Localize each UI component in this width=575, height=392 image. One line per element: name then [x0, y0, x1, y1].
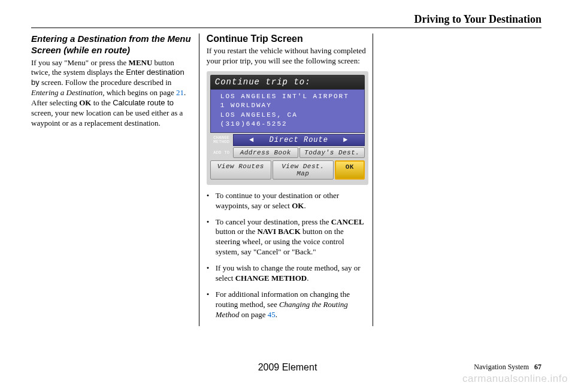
footer-section-label: Navigation System: [474, 363, 529, 371]
nav-title-bar: Continue trip to:: [210, 75, 365, 89]
section-heading-entering-destination: Entering a Destination from the Menu Scr…: [31, 34, 193, 56]
address-book-button: Address Book: [233, 147, 298, 158]
bullet-additional-info: For additional information on changing t…: [207, 290, 367, 320]
text: on page: [240, 310, 266, 319]
bold-change-method: CHANGE METHOD: [235, 274, 307, 282]
section-heading-continue-trip: Continue Trip Screen: [207, 34, 367, 44]
chevron-left-icon: ◄: [249, 136, 254, 144]
text: To continue to your destination or other…: [216, 191, 339, 210]
body-paragraph: If you say "Menu" or press the MENU butt…: [31, 58, 193, 129]
direct-route-text: Direct Route: [270, 136, 328, 144]
text: to the: [91, 98, 113, 107]
text: .: [304, 201, 305, 210]
bullet-continue: To continue to your destination or other…: [207, 191, 367, 211]
bold-navi-back: NAVI BACK: [257, 227, 300, 236]
view-routes-button: View Routes: [210, 160, 271, 180]
text: .: [276, 310, 277, 319]
bullet-change-method: If you wish to change the route method, …: [207, 263, 367, 284]
column-1: Entering a Destination from the Menu Scr…: [31, 34, 199, 326]
label-add-to: ADD TO: [210, 151, 233, 155]
nav-row-add-to: ADD TO Address Book Today's Dest.: [210, 147, 365, 158]
todays-dest-button: Today's Dest.: [299, 147, 365, 158]
text: button or the: [216, 227, 258, 236]
page-link-45[interactable]: 45: [266, 310, 276, 319]
dest-line2: 1 WORLDWAY: [220, 101, 358, 110]
footer-section-page: Navigation System 67: [474, 363, 541, 372]
direct-route-selector: ◄ Direct Route ►: [233, 134, 365, 146]
label-change-method: CHANGE METHOD: [210, 136, 233, 144]
ok-button: OK: [335, 160, 365, 180]
dest-line3: LOS ANGELES, CA: [220, 111, 358, 120]
text: screen. Follow the procedure described i…: [40, 78, 172, 87]
bullet-cancel: To cancel your destination, press the CA…: [207, 217, 367, 258]
navigation-screenshot: Continue trip to: LOS ANGELES INT'L AIRP…: [207, 71, 368, 185]
italic-reference: Entering a Destination: [31, 88, 102, 97]
nav-destination-panel: LOS ANGELES INT'L AIRPORT 1 WORLDWAY LOS…: [210, 89, 365, 133]
bold-cancel: CANCEL: [331, 217, 364, 226]
view-dest-map-button: View Dest. Map: [273, 160, 334, 180]
watermark: carmanualsonline.info: [462, 373, 568, 385]
ui-label-calculate-route-to: Calculate route to: [113, 98, 174, 107]
text: .: [307, 274, 308, 282]
text: If you say "Menu" or press the: [31, 58, 129, 67]
nav-row-change-method: CHANGE METHOD ◄ Direct Route ►: [210, 134, 365, 146]
column-2: Continue Trip Screen If you restart the …: [199, 34, 373, 326]
text: To cancel your destination, press the: [216, 217, 331, 226]
page-title: Driving to Your Destination: [414, 13, 541, 26]
bold-ok: OK: [79, 98, 91, 107]
text: screen, your new location can be used ei…: [31, 108, 183, 127]
text: , which begins on page: [102, 88, 174, 97]
dest-line1: LOS ANGELES INT'L AIRPORT: [220, 92, 358, 101]
page-number: 67: [534, 363, 541, 371]
bold-ok: OK: [292, 201, 304, 210]
nav-bottom-buttons: View Routes View Dest. Map OK: [210, 160, 365, 180]
intro-text: If you restart the vehicle without havin…: [207, 46, 367, 66]
dest-line4: (310)646-5252: [220, 120, 358, 129]
content-columns: Entering a Destination from the Menu Scr…: [31, 34, 541, 326]
bold-menu: MENU: [129, 58, 153, 67]
chevron-right-icon: ►: [343, 136, 348, 144]
horizontal-rule: [31, 28, 541, 28]
column-3: [373, 34, 541, 326]
page-link-21[interactable]: 21: [174, 88, 184, 97]
bullet-list: To continue to your destination or other…: [207, 191, 367, 320]
